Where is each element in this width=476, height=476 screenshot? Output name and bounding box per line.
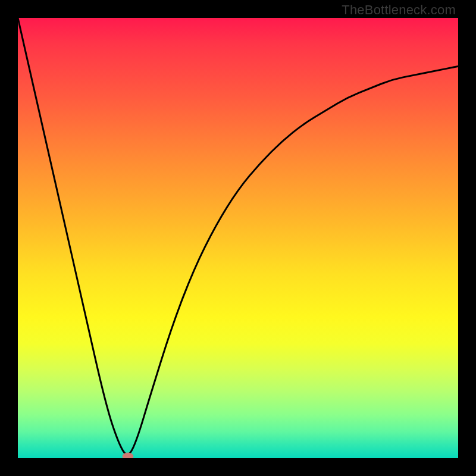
watermark-text: TheBottleneck.com bbox=[342, 2, 456, 18]
curve-layer bbox=[18, 18, 458, 458]
plot-area bbox=[18, 18, 458, 458]
minimum-marker bbox=[123, 453, 133, 458]
bottleneck-curve bbox=[18, 18, 458, 455]
chart-frame: TheBottleneck.com bbox=[0, 0, 476, 476]
